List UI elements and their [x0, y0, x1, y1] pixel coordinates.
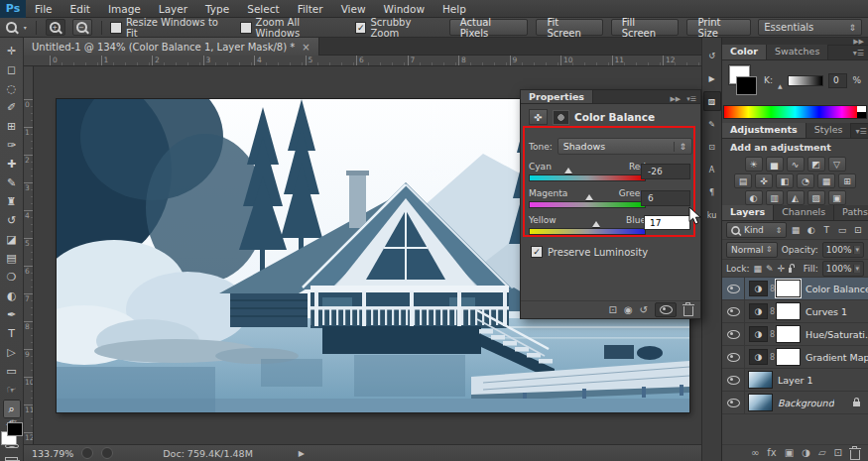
panel-menu-icon[interactable]: ▾☰: [851, 125, 868, 138]
clone-source-panel-icon[interactable]: ⊡: [703, 137, 721, 157]
zoom-tool-icon[interactable]: [6, 22, 17, 33]
layer-name[interactable]: Layer 1: [778, 375, 813, 386]
slider-track[interactable]: [529, 228, 646, 235]
blend-mode-dropdown[interactable]: Normal ⇕: [726, 242, 778, 258]
delete-adjustment-icon[interactable]: [683, 306, 693, 316]
slider-thumb[interactable]: [564, 168, 572, 173]
fill-dropdown[interactable]: 100% ▾: [822, 261, 864, 277]
blur-tool[interactable]: ❍: [3, 268, 21, 287]
move-tool[interactable]: ✛: [3, 42, 21, 60]
mask-thumbnail-icon[interactable]: [553, 110, 569, 125]
character-panel-icon[interactable]: A: [703, 160, 721, 179]
invert-icon[interactable]: ◐: [745, 190, 763, 205]
filter-shape-layers-icon[interactable]: ▭: [836, 224, 849, 237]
filter-kind-dropdown[interactable]: Kind ⇕: [726, 222, 787, 238]
zoom-out-button[interactable]: −: [72, 19, 92, 36]
layer-thumbnail[interactable]: [749, 395, 772, 410]
properties-tab[interactable]: Properties: [521, 90, 593, 103]
paragraph-panel-icon[interactable]: ¶: [703, 182, 721, 202]
layer-visibility-toggle[interactable]: [722, 392, 745, 413]
layer-visibility-toggle[interactable]: [722, 300, 745, 322]
hue-saturation-icon[interactable]: ▤: [734, 173, 752, 188]
vibrance-icon[interactable]: ▽: [828, 157, 846, 172]
delete-layer-icon[interactable]: [850, 450, 860, 460]
menu-item[interactable]: File: [26, 0, 62, 18]
options-button[interactable]: Actual Pixels: [449, 19, 529, 36]
slider-value-input[interactable]: [644, 215, 690, 230]
panel-tab[interactable]: Swatches: [767, 45, 828, 59]
menu-item[interactable]: Window: [375, 0, 434, 18]
lock-pixels-icon[interactable]: ✎: [766, 264, 774, 274]
color-lookup-icon[interactable]: ⊞: [838, 173, 856, 188]
new-adjustment-layer-icon[interactable]: ◑: [802, 446, 810, 460]
filter-type-layers-icon[interactable]: T: [820, 224, 833, 237]
menu-item[interactable]: Edit: [62, 0, 99, 18]
background-color-swatch[interactable]: [7, 422, 23, 436]
pen-tool[interactable]: ✒: [3, 305, 21, 324]
tone-dropdown[interactable]: Shadows ⇕: [558, 138, 692, 155]
layer-mask-thumbnail[interactable]: [777, 326, 800, 342]
layer-name[interactable]: Curves 1: [806, 306, 847, 317]
slider-value-field[interactable]: -26: [641, 164, 690, 179]
zoom-in-button[interactable]: +: [46, 19, 65, 36]
black-white-icon[interactable]: ◧: [776, 173, 794, 188]
brightness-contrast-icon[interactable]: ☀: [745, 157, 763, 172]
curves-icon[interactable]: ∿: [787, 157, 805, 172]
exposure-icon[interactable]: ◩: [807, 157, 825, 172]
layer-visibility-toggle[interactable]: [722, 346, 745, 368]
brush-panel-icon[interactable]: ✎: [703, 114, 721, 134]
collapse-panel-icon[interactable]: ▶▶: [670, 95, 681, 103]
layer-name[interactable]: Hue/Saturati...: [806, 329, 868, 340]
slider-thumb[interactable]: [592, 221, 600, 227]
filter-pixel-layers-icon[interactable]: ▦: [790, 224, 803, 237]
lasso-tool[interactable]: ◌: [3, 79, 21, 98]
adjustment-layer-icon[interactable]: ◑: [749, 349, 768, 365]
menu-item[interactable]: Select: [238, 0, 288, 18]
layer-row[interactable]: ◑ 8 Hue/Saturati...: [722, 323, 868, 346]
layer-row[interactable]: ◑ 8 Gradient Map 1: [722, 346, 868, 369]
layer-mask-thumbnail[interactable]: [777, 281, 800, 296]
path-selection-tool[interactable]: ▷: [3, 343, 21, 362]
foreground-background-swatches[interactable]: [0, 431, 24, 436]
gradient-map-icon[interactable]: ▨: [807, 190, 825, 205]
slider-thumb-icon[interactable]: ▲: [778, 82, 783, 89]
color-spectrum-bar[interactable]: [723, 105, 867, 119]
tool-preset-arrow-icon[interactable]: ▾: [24, 24, 27, 31]
filter-adjustment-layers-icon[interactable]: ◐: [805, 224, 817, 237]
options-checkbox[interactable]: ✓ Zoom All Windows: [240, 17, 341, 39]
layer-visibility-toggle[interactable]: [722, 369, 745, 391]
layer-row[interactable]: ◑ 8 Curves 1: [722, 300, 868, 323]
screen-mode-button[interactable]: [5, 457, 18, 461]
panel-menu-icon[interactable]: ▾☰: [686, 95, 696, 103]
slider-track[interactable]: [529, 174, 646, 181]
adjustment-layer-icon[interactable]: ◑: [749, 326, 768, 342]
color-balance-icon[interactable]: ✜: [755, 173, 773, 188]
menu-item[interactable]: Type: [196, 0, 238, 18]
shape-tool[interactable]: ▭: [3, 362, 21, 381]
link-layers-icon[interactable]: ∞: [751, 446, 759, 460]
quick-selection-tool[interactable]: ✐: [3, 98, 21, 117]
menu-item[interactable]: Image: [99, 0, 150, 18]
background-color-swatch[interactable]: [736, 76, 757, 95]
workspace-switcher[interactable]: Essentials ⇕: [758, 19, 862, 36]
properties-panel-icon[interactable]: ▨: [703, 91, 721, 111]
layer-name[interactable]: Color Balance 1: [806, 284, 868, 294]
crop-tool[interactable]: ⊞: [3, 117, 21, 136]
layer-style-icon[interactable]: fx: [767, 446, 776, 460]
lock-transparency-icon[interactable]: ▦: [754, 264, 763, 274]
eraser-tool[interactable]: ◪: [3, 230, 21, 249]
layer-mask-thumbnail[interactable]: [777, 303, 800, 319]
hand-tool[interactable]: ☞: [3, 381, 21, 400]
panel-menu-icon[interactable]: ▾☰: [849, 47, 868, 59]
type-tool[interactable]: T: [3, 324, 21, 343]
actions-panel-icon[interactable]: ▶: [703, 68, 721, 88]
options-button[interactable]: Fill Screen: [611, 19, 680, 36]
add-layer-mask-icon[interactable]: ▣: [785, 446, 794, 460]
marquee-tool[interactable]: ◻: [3, 60, 21, 79]
clip-to-layer-icon[interactable]: ⊡: [608, 304, 616, 315]
preserve-luminosity-checkbox[interactable]: ✓: [531, 246, 543, 258]
layer-visibility-toggle[interactable]: [722, 323, 745, 345]
status-flyout-icon[interactable]: ▶: [299, 449, 305, 458]
checkbox-icon[interactable]: ✓: [355, 22, 366, 34]
collapse-panels-icon[interactable]: ▶▶: [853, 38, 864, 46]
